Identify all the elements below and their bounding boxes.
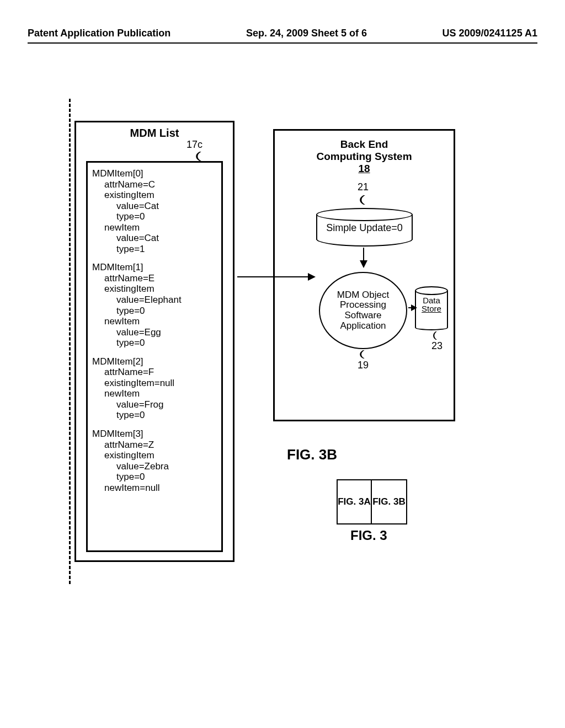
fig-3b-label: FIG. 3B (287, 446, 337, 463)
mdm-existing-value: value=Cat (92, 201, 217, 212)
arrow-update-to-processor (363, 248, 364, 267)
mdm-attr: attrName=Z (92, 440, 217, 451)
mdm-processor-oval: MDM Object Processing Software Applicati… (319, 272, 407, 349)
header-patent-number: US 2009/0241125 A1 (443, 28, 537, 39)
mdm-new-value: value=Egg (92, 327, 217, 338)
cylinder-bottom (316, 233, 413, 247)
mdm-existing-label: existingItem (92, 450, 217, 461)
fig-map-table: FIG. 3A FIG. 3B (337, 479, 407, 524)
mdm-list-ref-paren: ( (195, 150, 201, 162)
cylinder-top (316, 208, 413, 221)
mdm-item-head: MDMItem[0] (92, 168, 217, 179)
mdm-item: MDMItem[2] attrName=F existingItem=null … (92, 356, 217, 421)
mdm-item: MDMItem[0] attrName=C existingItem value… (92, 168, 217, 254)
mdm-new-type: type=0 (92, 410, 217, 421)
backend-system-box: Back End Computing System 18 21 ( Simple… (273, 129, 455, 421)
simple-update-cylinder: Simple Update=0 (316, 208, 413, 247)
mdm-new-type: type=1 (92, 244, 217, 255)
mdm-item: MDMItem[3] attrName=Z existingItem value… (92, 429, 217, 493)
cylinder-bottom (415, 322, 448, 330)
mdm-attr: attrName=F (92, 367, 217, 378)
paren-23: ( (432, 330, 437, 340)
ref-19: 19 (358, 360, 369, 371)
mdm-existing-label: existingItem (92, 190, 217, 201)
page: Patent Application Publication Sep. 24, … (28, 28, 537, 700)
mdm-existing-type: type=0 (92, 472, 217, 483)
fig-3-label: FIG. 3 (350, 528, 387, 543)
mdm-attr: attrName=C (92, 179, 217, 190)
dashed-cut-line (69, 99, 71, 584)
ref-23: 23 (431, 340, 443, 352)
mdm-processor-label: MDM Object Processing Software Applicati… (326, 290, 401, 331)
paren-21: ( (359, 194, 365, 205)
mdm-new-label: newItem=null (92, 483, 217, 494)
backend-title-line1: Back End (275, 138, 454, 151)
mdm-existing-label: existingItem (92, 283, 217, 295)
data-store-label: Data Store (415, 296, 448, 313)
mdm-existing-label: existingItem=null (92, 378, 217, 389)
mdm-new-label: newItem (92, 316, 217, 327)
backend-title-line2: Computing System (275, 151, 454, 163)
mdm-item-head: MDMItem[3] (92, 429, 217, 440)
mdm-list-ref: 17c (186, 139, 202, 151)
mdm-attr: attrName=E (92, 273, 217, 284)
figure-area: MDM List 17c ( MDMItem[0] attrName=C exi… (28, 99, 537, 650)
mdm-existing-type: type=0 (92, 211, 217, 222)
mdm-existing-type: type=0 (92, 306, 217, 317)
mdm-item: MDMItem[1] attrName=E existingItem value… (92, 262, 217, 348)
page-header: Patent Application Publication Sep. 24, … (28, 28, 537, 44)
mdm-list-inner: MDMItem[0] attrName=C existingItem value… (86, 161, 223, 552)
paren-19: ( (359, 349, 365, 359)
mdm-item-head: MDMItem[1] (92, 262, 217, 273)
mdm-new-label: newItem (92, 388, 217, 399)
mdm-new-type: type=0 (92, 338, 217, 349)
mdm-new-value: value=Cat (92, 233, 217, 244)
fig-map-cell-3a: FIG. 3A (338, 480, 372, 523)
mdm-new-label: newItem (92, 222, 217, 233)
mdm-existing-value: value=Zebra (92, 461, 217, 472)
data-store-label-l2: Store (422, 304, 441, 313)
backend-title: Back End Computing System 18 (275, 138, 454, 175)
mdm-list-panel: MDM List 17c ( MDMItem[0] attrName=C exi… (74, 121, 234, 562)
header-publication: Patent Application Publication (28, 28, 170, 39)
data-store-cylinder: Data Store (415, 286, 448, 330)
backend-id: 18 (275, 163, 454, 175)
header-date-sheet: Sep. 24, 2009 Sheet 5 of 6 (246, 28, 367, 39)
ref-21: 21 (358, 181, 369, 193)
fig-map-cell-3b: FIG. 3B (372, 480, 406, 523)
mdm-item-head: MDMItem[2] (92, 356, 217, 367)
mdm-new-value: value=Frog (92, 399, 217, 410)
mdm-list-title: MDM List (82, 127, 227, 140)
mdm-existing-value: value=Elephant (92, 295, 217, 306)
simple-update-label: Simple Update=0 (316, 222, 413, 234)
cylinder-top (415, 286, 448, 295)
